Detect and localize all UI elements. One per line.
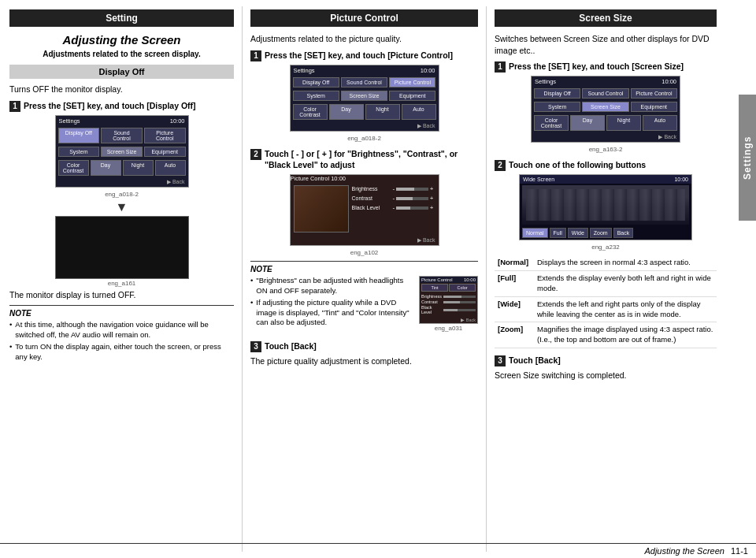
- middle-step3: 3 Touch [Back]: [250, 340, 478, 352]
- screen1-label: eng_a018-2: [9, 191, 234, 198]
- middle-step3-desc: The picture quality adjustment is comple…: [250, 355, 478, 367]
- screen1-row3: Color Contrast Day Night Auto: [56, 158, 188, 177]
- system-btn: System: [58, 147, 100, 157]
- middle-step3-num: 3: [250, 341, 261, 352]
- black-screen-label: eng_a161: [9, 280, 234, 287]
- right-column: Screen Size Switches between Screen Size…: [487, 6, 723, 552]
- left-note: NOTE At this time, although the navigati…: [9, 305, 234, 362]
- size-label: [Wide]: [495, 296, 534, 322]
- sound-control-btn: Sound Control: [101, 128, 143, 143]
- size-label: [Full]: [495, 271, 534, 297]
- display-off-btn: Display Off: [58, 128, 100, 143]
- middle-step3-text: Touch [Back]: [265, 340, 317, 352]
- right-screen1: Settings 10:00 Display Off Sound Control…: [531, 76, 680, 143]
- screen1-row2: System Screen Size Equipment: [56, 145, 188, 158]
- display-off-desc: Turns OFF the monitor display.: [9, 84, 234, 95]
- middle-step2: 2 Touch [ - ] or [ + ] for "Brightness",…: [250, 148, 478, 171]
- middle-screen1-label: eng_a018-2: [250, 135, 478, 142]
- full-btn: Full: [550, 228, 566, 238]
- equipment-btn: Equipment: [144, 147, 186, 157]
- right-step1-text: Press the [SET] key, and touch [Screen S…: [509, 61, 684, 73]
- right-step3: 3 Touch [Back]: [495, 355, 717, 366]
- screen-size-btn: Screen Size: [101, 147, 143, 157]
- right-step2: 2 Touch one of the following buttons: [495, 159, 717, 171]
- day-btn: Day: [91, 160, 121, 176]
- sw-buttons: Normal Full Wide Zoom Back: [520, 226, 691, 240]
- right-step3-num: 3: [495, 355, 506, 366]
- middle-column: Picture Control Adjustments related to t…: [243, 6, 487, 552]
- color-contrast-btn: Color Contrast: [58, 160, 89, 176]
- size-label: [Zoom]: [495, 322, 534, 348]
- picture-control-screen: Picture Control 10:00 Brightness - +: [290, 174, 439, 246]
- table-row: [Zoom]Magnifies the image displayed usin…: [495, 322, 717, 348]
- inline-screens: "Brightness" can be adjusted with headli…: [250, 276, 478, 334]
- sw-image: [522, 185, 689, 225]
- size-desc: Displays the screen in normal 4:3 aspect…: [534, 255, 717, 270]
- display-off-header: Display Off: [9, 65, 234, 79]
- page-subtitle: Adjustments related to the screen displa…: [9, 50, 234, 58]
- main-content: Setting Adjusting the Screen Adjustments…: [0, 0, 756, 558]
- right-screen1-label: eng_a163-2: [495, 146, 717, 153]
- footer-page: 11-1: [731, 546, 748, 556]
- size-desc: Extends the left and right parts only of…: [534, 296, 717, 322]
- middle-step2-text: Touch [ - ] or [ + ] for "Brightness", "…: [265, 148, 478, 171]
- black-screen: [55, 216, 189, 279]
- blacklevel-row: Black Level - +: [352, 204, 435, 211]
- size-table: [Normal]Displays the screen in normal 4:…: [495, 255, 717, 348]
- table-row: [Normal]Displays the screen in normal 4:…: [495, 255, 717, 270]
- size-label: [Normal]: [495, 255, 534, 270]
- page-title: Adjusting the Screen: [9, 33, 234, 46]
- pc-image: [294, 185, 349, 232]
- brightness-row: Brightness - +: [352, 185, 435, 192]
- middle-screen1: Settings 10:00 Display Off Sound Control…: [290, 65, 439, 132]
- middle-step2-num: 2: [250, 149, 261, 160]
- right-header: Screen Size: [495, 9, 717, 27]
- normal-btn: Normal: [522, 228, 548, 238]
- auto-btn: Auto: [155, 160, 186, 176]
- wide-screen-mock: Wide Screen 10:00 Normal Full Wide Zoom …: [519, 174, 692, 240]
- screen2-label: eng_a102: [250, 249, 478, 256]
- size-desc: Extends the display evenly both left and…: [534, 271, 717, 297]
- right-step2-num: 2: [495, 160, 506, 171]
- right-step1: 1 Press the [SET] key, and touch [Screen…: [495, 61, 717, 73]
- pc-sliders: Brightness - + Contrast - + Black: [352, 185, 435, 232]
- middle-note1: "Brightness" can be adjusted with headli…: [250, 276, 414, 296]
- middle-step1: 1 Press the [SET] key, and touch [Pictur…: [250, 50, 478, 61]
- settings-tab: Settings: [739, 95, 756, 221]
- screen1-back: ▶ Back: [56, 177, 188, 187]
- zoom-btn: Zoom: [590, 228, 612, 238]
- right-step1-num: 1: [495, 61, 506, 73]
- note2: To turn ON the display again, either tou…: [9, 342, 234, 363]
- right-step2-text: Touch one of the following buttons: [509, 159, 646, 171]
- left-column: Setting Adjusting the Screen Adjustments…: [6, 6, 243, 552]
- left-step1: 1 Press the [SET] key, and touch [Displa…: [9, 100, 234, 112]
- left-screen1: Settings 10:00 Display Off Sound Control…: [55, 115, 189, 188]
- note-title: NOTE: [9, 309, 234, 318]
- night-btn: Night: [123, 160, 154, 176]
- wide-btn: Wide: [568, 228, 588, 238]
- size-desc: Magnifies the image displayed using 4:3 …: [534, 322, 717, 348]
- picture-control-btn: Picture Control: [144, 128, 186, 143]
- arrow-down: ▼: [9, 200, 234, 214]
- middle-note-title: NOTE: [250, 265, 478, 273]
- left-header: Setting: [9, 9, 234, 27]
- middle-note2-text: If adjusting the picture quality while a…: [250, 298, 414, 328]
- monitor-off-text: The monitor display is turned OFF.: [9, 289, 234, 301]
- middle-step1-num: 1: [250, 50, 261, 61]
- step1-text: Press the [SET] key, and touch [Display …: [24, 100, 196, 112]
- middle-header: Picture Control: [250, 9, 478, 27]
- right-screen2-label: eng_a232: [495, 244, 717, 251]
- inline-small-screen: Picture Control10:00 Tint Color Brightne…: [419, 276, 478, 334]
- note1: At this time, although the navigation vo…: [9, 320, 234, 340]
- right-step3-text: Touch [Back]: [509, 355, 561, 366]
- right-step3-desc: Screen Size switching is completed.: [495, 370, 717, 381]
- footer-text: Adjusting the Screen: [644, 546, 724, 556]
- right-intro: Switches between Screen Size and other d…: [495, 33, 717, 56]
- page-container: Setting Adjusting the Screen Adjustments…: [0, 0, 756, 558]
- back-btn: Back: [613, 228, 634, 238]
- step1-num: 1: [9, 101, 20, 112]
- screen1-title: Settings 10:00: [56, 116, 188, 126]
- footer: Adjusting the Screen 11-1: [0, 543, 756, 558]
- screen1-row1: Display Off Sound Control Picture Contro…: [56, 126, 188, 145]
- table-row: [Full]Extends the display evenly both le…: [495, 271, 717, 297]
